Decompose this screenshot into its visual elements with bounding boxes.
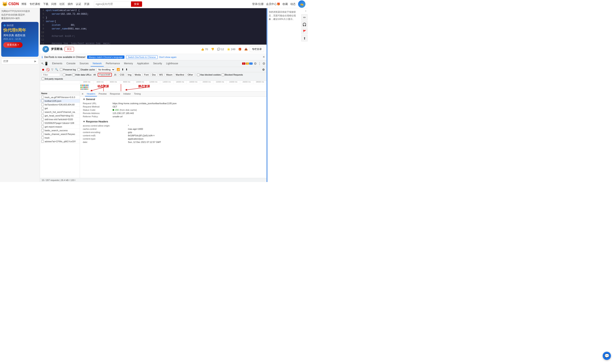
filter-icon[interactable]: ▽ <box>51 68 53 71</box>
req-item-12[interactable]: adview?ai=CFINx_qW1YcvOlY <box>40 140 80 143</box>
filter-wasm[interactable]: Wasm <box>165 73 174 76</box>
throttling-select[interactable]: No throttling <box>97 68 115 71</box>
filter-input[interactable] <box>42 73 60 76</box>
settings-icon[interactable]: ⚙ <box>254 62 257 65</box>
filter-fetch-xhr[interactable]: Fetch/XHR <box>98 73 112 77</box>
catalog-button[interactable]: 专栏目录 <box>250 46 264 52</box>
filter-other[interactable]: Other <box>186 73 195 76</box>
more-icon[interactable]: ⋮ <box>258 62 261 65</box>
general-section-title[interactable]: ▼ General <box>83 98 264 101</box>
banner-close-icon[interactable]: × <box>263 55 265 59</box>
top-icon-btn[interactable]: ⬆ <box>301 35 308 41</box>
search-button[interactable]: 搜索 <box>131 1 142 7</box>
filter-manifest[interactable]: Manifest <box>174 73 185 76</box>
filter-img[interactable]: Img <box>126 73 133 76</box>
nav-item-open[interactable]: 开源 <box>84 2 89 6</box>
nav-item-download[interactable]: 下载 <box>43 2 48 6</box>
download-icon[interactable]: ⬇ <box>126 68 128 71</box>
tab-memory[interactable]: Memory <box>122 61 135 66</box>
response-headers-title[interactable]: ▼ Response Headers <box>83 120 264 123</box>
settings2-icon[interactable]: ⚙ <box>262 68 265 71</box>
clear-icon[interactable]: 🚫 <box>46 68 50 71</box>
bottom-bar: 15 / 207 requests | 26.4 kB / 133 l <box>40 178 266 182</box>
tab-security[interactable]: Security <box>151 61 164 66</box>
report-icon-btn[interactable]: 🚩 <box>301 28 308 34</box>
tab-network[interactable]: Network <box>91 61 104 66</box>
nav-item-courses[interactable]: 专栏课程 <box>29 2 40 6</box>
nav-item-community[interactable]: 社区 <box>59 2 65 6</box>
filter-media[interactable]: Media <box>133 73 142 76</box>
search-icon[interactable]: 🔍 <box>55 68 58 71</box>
preserve-log-checkbox[interactable]: Preserve log <box>60 68 76 71</box>
sidebar-open-btn[interactable]: 打开 ▶ <box>1 58 39 64</box>
svg-rect-19 <box>82 89 83 90</box>
record-icon[interactable]: ⏺ <box>42 68 44 71</box>
blocked-requests-checkbox[interactable]: Blocked Requests <box>222 74 243 76</box>
req-item-4[interactable]: search_hot_word?channel_na. <box>40 110 80 114</box>
req-item-3[interactable]: get <box>40 106 80 110</box>
req-item-11[interactable]: track <box>40 136 80 140</box>
req-item-8[interactable]: get-report-reason <box>40 125 80 129</box>
online-icon[interactable]: 📶 <box>117 68 120 71</box>
tab-performance[interactable]: Performance <box>104 61 122 66</box>
invert-checkbox[interactable]: Invert <box>63 74 71 76</box>
req-item-1[interactable]: toolbar1105.json <box>40 99 80 103</box>
device-icon[interactable]: 📱 <box>44 62 48 65</box>
always-match-button[interactable]: Always match Chrome's language <box>87 55 125 59</box>
detail-tab-preview[interactable]: Preview <box>97 91 108 96</box>
req-item-0[interactable]: track_ua.gif?APIVersion=0.6.0 <box>40 95 80 99</box>
detail-tab-headers[interactable]: Headers <box>85 91 97 96</box>
hide-data-urls-checkbox[interactable]: Hide data URLs <box>72 74 91 76</box>
filter-css[interactable]: CSS <box>118 73 126 76</box>
req-item-2[interactable]: list?positions=536,603,604,60 <box>40 103 80 106</box>
detail-tab-initiator[interactable]: Initiator <box>122 91 132 96</box>
dont-show-again[interactable]: Don't show again <box>159 56 177 58</box>
filter-all[interactable]: All <box>92 73 97 76</box>
tab-console[interactable]: Console <box>64 61 78 66</box>
author-stats: 👍 70 👎 💬 12 ⭐ 249 🎁 📤 <box>201 48 248 51</box>
cursor-icon[interactable]: ↖ <box>41 62 44 65</box>
req-item-5[interactable]: get_head_word?bid=blog-53. <box>40 114 80 117</box>
tab-lighthouse[interactable]: Lighthouse <box>164 61 180 66</box>
filter-font[interactable]: Font <box>143 73 150 76</box>
req-item-9[interactable]: baidu_search_success <box>40 129 80 132</box>
nav-item-qa[interactable]: 问答 <box>51 2 56 6</box>
detail-tab-timing[interactable]: Timing <box>132 91 142 96</box>
nav-item-cert[interactable]: 认证 <box>76 2 81 6</box>
req-item-7[interactable]: 53200629?page=1&size=108 <box>40 121 80 125</box>
follow-button[interactable]: 关注 <box>65 47 74 52</box>
nav-item-plugins[interactable]: 插件 <box>68 2 73 6</box>
sidebar-ad-btn[interactable]: 查看优惠 > <box>3 42 23 48</box>
nav-item-blog[interactable]: 博客 <box>21 2 27 6</box>
filter-ws[interactable]: WS <box>158 73 164 76</box>
author-name[interactable]: 梦里断魂 <box>51 47 63 51</box>
tab-elements[interactable]: Elements <box>50 61 64 66</box>
nav-dynamic[interactable]: 动态 <box>290 2 296 6</box>
svg-rect-23 <box>87 89 87 90</box>
third-party-checkbox[interactable]: 3rd-party requests <box>42 77 63 80</box>
disable-cache-checkbox[interactable]: Disable cache <box>78 68 95 71</box>
nav-collect[interactable]: 收藏 <box>282 2 288 6</box>
req-item-10[interactable]: baidu_zhannei_search?keywo <box>40 132 80 136</box>
dynamic-resource-annotation: 动态资源 <box>97 85 109 88</box>
svg-rect-1 <box>81 85 82 86</box>
req-item-6[interactable]: skill-tree-info?articleId=5320 <box>40 117 80 121</box>
tab-application[interactable]: Application <box>135 61 151 66</box>
nav-login[interactable]: 登录/注册 <box>252 2 264 6</box>
switch-devtools-button[interactable]: Switch DevTools to Chinese <box>126 55 158 59</box>
tab-sources[interactable]: Sources <box>78 61 91 66</box>
filter-js[interactable]: JS <box>112 73 118 76</box>
nav-member[interactable]: 会员中心🎁 <box>266 2 280 6</box>
headset-icon-btn[interactable]: 🎧 <box>301 21 308 27</box>
has-blocked-cookies-checkbox[interactable]: Has blocked cookies <box>197 74 221 76</box>
svg-rect-15 <box>87 87 87 88</box>
detail-close-icon[interactable]: × <box>82 92 84 96</box>
search-input[interactable] <box>94 2 131 6</box>
detail-tab-response[interactable]: Response <box>108 91 122 96</box>
settings-icon2[interactable]: ⚙ <box>262 62 265 65</box>
right-panel-close-icon[interactable]: › <box>305 9 306 13</box>
nav-avatar[interactable]: ✍ <box>298 0 306 8</box>
upload-icon[interactable]: ⬆ <box>122 68 124 71</box>
filter-doc[interactable]: Doc <box>151 73 157 76</box>
pencil-icon-btn[interactable]: ✏ <box>301 14 308 20</box>
